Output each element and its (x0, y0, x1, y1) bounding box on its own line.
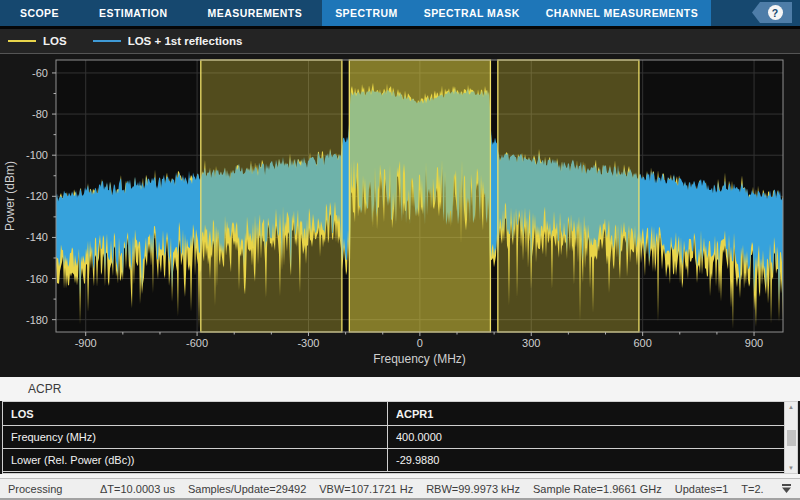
region-left-adjacent-channel (201, 60, 342, 332)
status-rbw: RBW=99.9973 kHz (426, 483, 520, 495)
los-reflections-line-swatch (93, 40, 121, 42)
svg-text:0: 0 (417, 337, 423, 349)
acpr-table: LOS ACPR1 Frequency (MHz) 400.0000 Lower… (2, 401, 798, 474)
los-line-swatch (8, 40, 36, 42)
spectrum-analyzer-window: SCOPE ESTIMATION MEASUREMENTS SPECTRUM S… (0, 0, 800, 500)
tab-spectrum[interactable]: SPECTRUM (322, 0, 411, 26)
svg-text:-600: -600 (186, 337, 208, 349)
svg-text:-180: -180 (26, 314, 48, 326)
legend-bar: LOS LOS + 1st reflections (0, 29, 800, 53)
help-button[interactable]: ? (752, 2, 792, 23)
svg-text:-900: -900 (75, 337, 97, 349)
legend-label: LOS (43, 35, 67, 47)
acpr-col-acpr1: ACPR1 (388, 402, 797, 425)
scroll-down-icon[interactable]: ▼ (788, 464, 794, 472)
scroll-up-icon[interactable]: ▲ (788, 403, 794, 411)
svg-text:-300: -300 (297, 337, 319, 349)
svg-text:-160: -160 (26, 273, 48, 285)
tab-spectral-mask[interactable]: SPECTRAL MASK (411, 0, 533, 26)
legend-item-los[interactable]: LOS (8, 35, 67, 47)
legend-label: LOS + 1st reflections (128, 35, 243, 47)
acpr-panel-title: ACPR (28, 382, 61, 396)
scrollbar-thumb[interactable] (787, 430, 796, 446)
legend-item-los-reflections[interactable]: LOS + 1st reflections (93, 35, 243, 47)
status-delta-t: ΔT=10.0003 us (100, 483, 175, 495)
tab-scope[interactable]: SCOPE (0, 0, 79, 26)
acpr-row-frequency-value: 400.0000 (388, 426, 797, 448)
spectrum-plot-panel: -900-600-3000300600900-60-80-100-120-140… (0, 54, 800, 377)
status-time: T=2. (741, 483, 763, 495)
svg-text:900: 900 (745, 337, 763, 349)
y-axis-label: Power (dBm) (3, 161, 17, 231)
acpr-row-lower-value: -29.9880 (388, 449, 797, 471)
status-samples-update: Samples/Update=29492 (188, 483, 306, 495)
svg-text:600: 600 (633, 337, 651, 349)
region-right-adjacent-channel (498, 60, 639, 332)
tab-measurements[interactable]: MEASUREMENTS (188, 0, 323, 26)
svg-text:-140: -140 (26, 231, 48, 243)
status-state: Processing (8, 483, 100, 495)
tab-channel-measurements[interactable]: CHANNEL MEASUREMENTS (533, 0, 711, 26)
svg-text:-100: -100 (26, 149, 48, 161)
svg-text:-80: -80 (32, 108, 48, 120)
status-vbw: VBW=107.1721 Hz (319, 483, 413, 495)
table-row: Frequency (MHz) 400.0000 (3, 426, 797, 449)
status-updates: Updates=1 (675, 483, 729, 495)
region-main-channel (349, 60, 490, 332)
svg-text:-60: -60 (32, 67, 48, 79)
table-row: Lower (Rel. Power (dBc)) -29.9880 (3, 449, 797, 472)
acpr-row-lower-label: Lower (Rel. Power (dBc)) (3, 449, 388, 471)
status-sample-rate: Sample Rate=1.9661 GHz (533, 483, 662, 495)
acpr-strip: ACPR (0, 377, 800, 401)
scroll-to-end-icon[interactable] (781, 484, 792, 494)
acpr-table-header: LOS ACPR1 (3, 402, 797, 426)
svg-text:300: 300 (522, 337, 540, 349)
status-bar: Processing ΔT=10.0003 us Samples/Update=… (0, 478, 800, 500)
acpr-col-los: LOS (3, 402, 388, 425)
x-axis-label: Frequency (MHz) (373, 352, 466, 366)
toolstrip: SCOPE ESTIMATION MEASUREMENTS SPECTRUM S… (0, 0, 800, 26)
acpr-row-frequency-label: Frequency (MHz) (3, 426, 388, 448)
active-tab-group: SPECTRUM SPECTRAL MASK CHANNEL MEASUREME… (322, 0, 711, 26)
svg-text:-120: -120 (26, 190, 48, 202)
table-scrollbar[interactable]: ▲ ▼ (784, 402, 797, 473)
tab-estimation[interactable]: ESTIMATION (79, 0, 187, 26)
spectrum-plot[interactable]: -900-600-3000300600900-60-80-100-120-140… (0, 54, 800, 377)
help-icon: ? (768, 5, 783, 20)
